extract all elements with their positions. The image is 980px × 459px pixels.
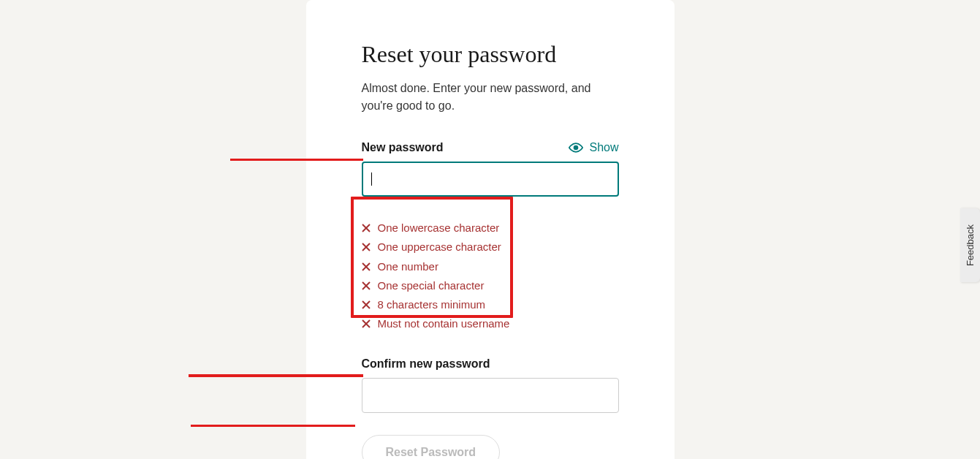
rule-item: One lowercase character [362, 219, 619, 238]
rule-text: One special character [378, 276, 485, 295]
page-title: Reset your password [362, 41, 619, 68]
password-rules: One lowercase character One uppercase ch… [362, 219, 619, 334]
rule-text: Must not contain username [378, 314, 510, 333]
new-password-label: New password [362, 141, 444, 154]
svg-point-0 [574, 146, 578, 150]
annotation-arrow [191, 425, 355, 427]
x-icon [362, 300, 371, 309]
reset-password-button[interactable]: Reset Password [362, 435, 501, 460]
show-label: Show [589, 141, 618, 154]
feedback-tab[interactable]: Feedback [960, 208, 980, 282]
new-password-label-row: New password Show [362, 141, 619, 154]
rule-item: One number [362, 257, 619, 276]
new-password-input[interactable] [362, 162, 619, 197]
text-cursor [371, 172, 372, 186]
rule-text: 8 characters minimum [378, 295, 486, 314]
annotation-arrow [230, 159, 363, 161]
rule-item: 8 characters minimum [362, 295, 619, 314]
eye-icon [569, 143, 583, 153]
confirm-password-input[interactable] [362, 378, 619, 413]
rule-item: One special character [362, 276, 619, 295]
annotation-arrow [189, 374, 363, 377]
x-icon [362, 281, 371, 290]
rule-item: One uppercase character [362, 238, 619, 257]
rule-text: One lowercase character [378, 219, 500, 238]
confirm-password-input-wrap [362, 378, 619, 413]
x-icon [362, 319, 371, 328]
rule-text: One number [378, 257, 438, 276]
rule-text: One uppercase character [378, 238, 501, 257]
x-icon [362, 262, 371, 271]
new-password-input-wrap [362, 162, 619, 197]
x-icon [362, 224, 371, 232]
page-subtitle: Almost done. Enter your new password, an… [362, 80, 619, 115]
reset-password-card: Reset your password Almost done. Enter y… [306, 0, 675, 459]
show-password-toggle[interactable]: Show [569, 141, 618, 154]
x-icon [362, 243, 371, 251]
rule-item: Must not contain username [362, 314, 619, 333]
confirm-password-label: Confirm new password [362, 357, 619, 371]
